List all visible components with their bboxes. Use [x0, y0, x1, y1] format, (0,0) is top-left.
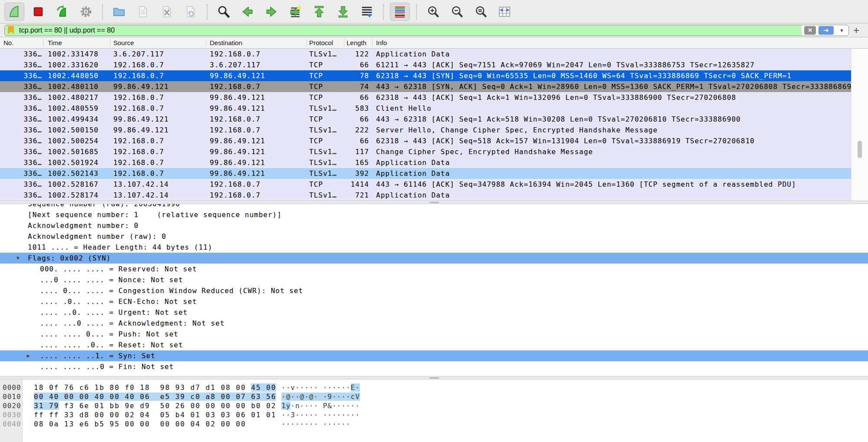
next-packet-icon[interactable] — [261, 3, 281, 21]
zoom-out-icon[interactable] — [447, 3, 467, 21]
packet-row[interactable]: 336…1002.502143192.168.0.799.86.49.121TL… — [0, 168, 851, 179]
display-filter-input[interactable]: tcp.port == 80 || udp.port == 80 ✕ ➔ ▼ — [4, 25, 849, 36]
detail-line[interactable]: ...0 .... .... = Nonce: Not set — [0, 274, 868, 285]
start-capture-fin-icon[interactable] — [4, 3, 24, 21]
apply-filter-arrow-icon[interactable]: ➔ — [818, 26, 834, 35]
hex-row[interactable]: 001000 40 00 00 40 00 40 06 e5 39 c0 a8 … — [0, 392, 868, 401]
detail-line[interactable]: .... .... ...0 = Fin: Not set — [0, 361, 868, 372]
last-packet-icon[interactable] — [333, 3, 353, 21]
column-header-time[interactable]: Time — [48, 37, 62, 48]
packet-row[interactable]: 336…1002.480559192.168.0.799.86.49.121TL… — [0, 103, 851, 114]
packet-row[interactable]: 336…1002.480217192.168.0.799.86.49.121TC… — [0, 92, 851, 103]
save-file-icon[interactable] — [133, 3, 153, 21]
detail-line[interactable]: .... 0... .... = Congestion Window Reduc… — [0, 285, 868, 296]
detail-line[interactable]: Acknowledgment number: 0 — [0, 220, 868, 231]
scrollbar-thumb[interactable] — [858, 141, 862, 158]
hex-row[interactable]: 004008 0a 13 e6 b5 95 00 00 00 00 04 02 … — [0, 419, 868, 429]
detail-line[interactable]: .... ...0 .... = Acknowledgment: Not set — [0, 318, 868, 329]
hex-ascii[interactable]: ··3····· ········ — [281, 410, 360, 419]
find-packet-icon[interactable] — [214, 3, 234, 21]
detail-line-text: Acknowledgment number (raw): 0 — [0, 231, 166, 242]
reload-file-icon[interactable] — [181, 3, 201, 21]
detail-line[interactable]: ▼Flags: 0x002 (SYN) — [0, 253, 868, 264]
packet-row[interactable]: 336…1002.48011099.86.49.121192.168.0.7TC… — [0, 81, 851, 92]
detail-line[interactable]: [Next sequence number: 1 (relative seque… — [0, 209, 868, 220]
hex-ascii[interactable]: ·@··@·@· ·9····cV — [281, 392, 360, 401]
hex-row[interactable]: 000018 0f 76 c6 1b 80 f0 18 98 93 d7 d1 … — [0, 383, 868, 392]
hex-ascii[interactable]: ········ ······ — [281, 419, 351, 429]
column-divider[interactable] — [43, 39, 43, 47]
cell-time: 1002.500150 — [48, 125, 99, 135]
packet-row[interactable]: 336…1002.500254192.168.0.799.86.49.121TC… — [0, 135, 851, 146]
column-divider[interactable] — [372, 39, 373, 47]
detail-line[interactable]: .... .... .0.. = Reset: Not set — [0, 340, 868, 350]
detail-line[interactable]: ▶.... .... ..1. = Syn: Set — [0, 350, 868, 361]
go-to-packet-icon[interactable] — [285, 3, 305, 21]
resize-columns-icon[interactable] — [495, 3, 515, 21]
cell-info: 62318 → 443 [ACK] Seq=518 Ack=157 Win=13… — [376, 135, 851, 146]
packet-row[interactable]: 336…1002.501924192.168.0.799.86.49.121TL… — [0, 157, 851, 168]
first-packet-icon[interactable] — [309, 3, 329, 21]
chevron-down-icon[interactable]: ▼ — [839, 28, 844, 33]
stop-capture-icon[interactable] — [28, 3, 48, 21]
splitter-list-details[interactable] — [0, 201, 868, 204]
packet-row[interactable]: 336…1002.331620192.168.0.73.6.207.117TCP… — [0, 59, 851, 70]
display-filter-value[interactable]: tcp.port == 80 || udp.port == 80 — [19, 26, 802, 34]
splitter-details-hex[interactable] — [0, 376, 868, 379]
expander-closed-icon[interactable]: ▶ — [27, 350, 30, 361]
packet-row[interactable]: 336…1002.49943499.86.49.121192.168.0.7TC… — [0, 114, 851, 125]
packet-row[interactable]: 336…1002.52816713.107.42.14192.168.0.7TC… — [0, 179, 851, 190]
column-divider[interactable] — [344, 39, 344, 47]
expander-open-icon[interactable]: ▼ — [17, 253, 20, 264]
bookmark-icon[interactable] — [8, 26, 14, 34]
cell-source: 99.86.49.121 — [113, 125, 169, 135]
detail-line[interactable]: Acknowledgment number (raw): 0 — [0, 231, 868, 242]
cell-source: 192.168.0.7 — [113, 70, 164, 81]
detail-line-text: [Next sequence number: 1 (relative seque… — [0, 209, 282, 220]
hex-row[interactable]: 0030ff ff 33 d8 00 00 02 04 05 b4 01 03 … — [0, 410, 868, 419]
detail-line[interactable]: .... .0.. .... = ECN-Echo: Not set — [0, 296, 868, 307]
capture-options-gear-icon[interactable] — [76, 3, 96, 21]
restart-capture-icon[interactable] — [52, 3, 72, 21]
detail-line[interactable]: Sequence number (raw): 2065041990 — [0, 204, 868, 209]
column-header-protocol[interactable]: Protocol — [309, 37, 333, 48]
column-header-destination[interactable]: Destination — [210, 37, 242, 48]
cell-protocol: TCP — [309, 135, 323, 146]
hex-ascii[interactable]: ··v····· ······E· — [281, 383, 360, 392]
zoom-reset-icon[interactable] — [471, 3, 491, 21]
detail-line[interactable]: 1011 .... = Header Length: 44 bytes (11) — [0, 242, 868, 253]
zoom-in-icon[interactable] — [423, 3, 443, 21]
add-filter-button[interactable]: + — [849, 24, 864, 36]
packet-row[interactable]: 336…1002.448050192.168.0.799.86.49.121TC… — [0, 70, 851, 81]
hex-ascii[interactable]: 1y·n···· P&······ — [281, 401, 360, 410]
hex-bytes[interactable]: 08 0a 13 e6 b5 95 00 00 00 00 04 02 00 0… — [34, 419, 246, 429]
packet-row[interactable]: 336…1002.3314783.6.207.117192.168.0.7TLS… — [0, 49, 851, 59]
column-header-length[interactable]: Length — [347, 37, 366, 48]
column-divider[interactable] — [110, 39, 110, 47]
hex-bytes[interactable]: 31 79 f3 6e 01 bb 9e d9 50 26 00 00 00 0… — [34, 401, 276, 410]
column-header-no[interactable]: No. — [3, 37, 13, 48]
packet-row[interactable]: 336…1002.52817413.107.42.14192.168.0.7TL… — [0, 190, 851, 201]
column-divider[interactable] — [306, 39, 307, 47]
hex-bytes[interactable]: 00 40 00 00 40 00 40 06 e5 39 c0 a8 00 0… — [34, 392, 276, 401]
hex-bytes[interactable]: 18 0f 76 c6 1b 80 f0 18 98 93 d7 d1 08 0… — [34, 383, 276, 392]
colorize-icon[interactable] — [390, 3, 410, 21]
cell-protocol: TCP — [309, 70, 323, 81]
column-divider[interactable] — [206, 39, 206, 47]
detail-line[interactable]: .... .... 0... = Push: Not set — [0, 329, 868, 340]
hex-row[interactable]: 002031 79 f3 6e 01 bb 9e d9 50 26 00 00 … — [0, 401, 868, 410]
detail-line[interactable]: 000. .... .... = Reserved: Not set — [0, 264, 868, 274]
auto-scroll-icon[interactable] — [357, 3, 377, 21]
cell-source: 3.6.207.117 — [113, 49, 164, 59]
hex-bytes[interactable]: ff ff 33 d8 00 00 02 04 05 b4 01 03 03 0… — [34, 410, 276, 419]
clear-filter-icon[interactable]: ✕ — [804, 26, 816, 35]
close-file-icon[interactable] — [157, 3, 177, 21]
previous-packet-icon[interactable] — [238, 3, 257, 21]
packet-list-scrollbar[interactable] — [851, 49, 868, 201]
open-file-folder-icon[interactable] — [109, 3, 129, 21]
detail-line[interactable]: .... ..0. .... = Urgent: Not set — [0, 307, 868, 318]
packet-row[interactable]: 336…1002.501685192.168.0.799.86.49.121TL… — [0, 146, 851, 157]
column-header-source[interactable]: Source — [113, 37, 134, 48]
column-header-info[interactable]: Info — [376, 37, 387, 48]
packet-row[interactable]: 336…1002.50015099.86.49.121192.168.0.7TL… — [0, 125, 851, 135]
